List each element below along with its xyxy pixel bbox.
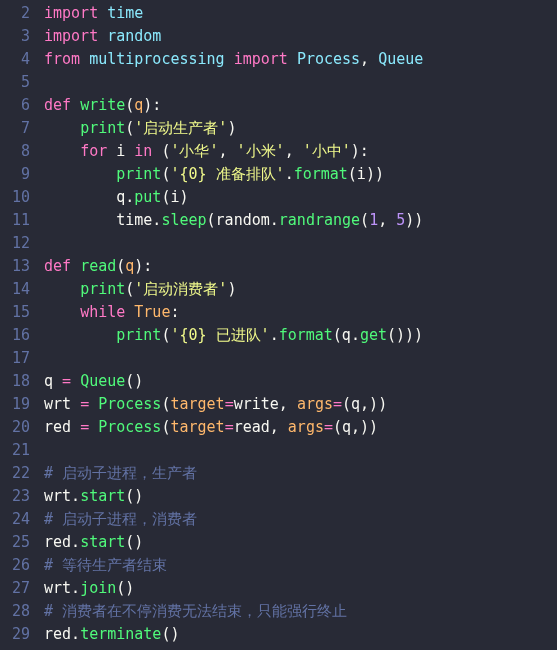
- token-id: [80, 50, 89, 68]
- code-line[interactable]: from multiprocessing import Process, Que…: [44, 48, 557, 71]
- token-id: [71, 257, 80, 275]
- line-number: 7: [0, 117, 30, 140]
- code-area[interactable]: import timeimport randomfrom multiproces…: [44, 0, 557, 650]
- token-id: [44, 303, 80, 321]
- token-pun: (: [360, 211, 369, 229]
- code-line[interactable]: [44, 232, 557, 255]
- token-pun: (: [125, 119, 134, 137]
- line-number: 20: [0, 416, 30, 439]
- line-number: 6: [0, 94, 30, 117]
- token-pun: ,: [285, 142, 303, 160]
- token-call: print: [80, 280, 125, 298]
- token-call: format: [294, 165, 348, 183]
- line-number: 14: [0, 278, 30, 301]
- token-op: =: [80, 395, 89, 413]
- token-pun: (i): [161, 188, 188, 206]
- token-pun: (): [125, 372, 143, 390]
- token-op: =: [324, 418, 333, 436]
- token-op: =: [225, 395, 234, 413]
- token-id: [98, 27, 107, 45]
- token-call: randrange: [279, 211, 360, 229]
- token-str: '启动生产者': [134, 119, 227, 137]
- code-line[interactable]: wrt.join(): [44, 577, 557, 600]
- code-line[interactable]: # 启动子进程，消费者: [44, 508, 557, 531]
- token-call: join: [80, 579, 116, 597]
- code-line[interactable]: print('启动消费者'): [44, 278, 557, 301]
- code-line[interactable]: # 消费者在不停消费无法结束，只能强行终止: [44, 600, 557, 623]
- line-number: 26: [0, 554, 30, 577]
- code-line[interactable]: q.put(i): [44, 186, 557, 209]
- token-mod: random: [107, 27, 161, 45]
- code-line[interactable]: def write(q):: [44, 94, 557, 117]
- token-cmt: # 等待生产者结束: [44, 556, 167, 574]
- line-number: 24: [0, 508, 30, 531]
- token-id: [89, 418, 98, 436]
- token-pun: )): [405, 211, 423, 229]
- line-number: 12: [0, 232, 30, 255]
- token-id: [71, 372, 80, 390]
- code-line[interactable]: # 等待生产者结束: [44, 554, 557, 577]
- token-op: =: [333, 395, 342, 413]
- token-pun: ): [227, 119, 236, 137]
- code-line[interactable]: wrt.start(): [44, 485, 557, 508]
- token-arg: args: [297, 395, 333, 413]
- token-pun: (q,)): [333, 418, 378, 436]
- token-pun: (): [125, 487, 143, 505]
- line-number: 11: [0, 209, 30, 232]
- code-line[interactable]: [44, 347, 557, 370]
- token-id: [288, 50, 297, 68]
- token-call: Queue: [80, 372, 125, 390]
- token-op: =: [80, 418, 89, 436]
- line-number: 27: [0, 577, 30, 600]
- token-str: '{0} 准备排队': [170, 165, 284, 183]
- token-kw: for: [80, 142, 107, 160]
- token-call: format: [279, 326, 333, 344]
- token-call: start: [80, 487, 125, 505]
- line-number: 2: [0, 2, 30, 25]
- code-line[interactable]: red.start(): [44, 531, 557, 554]
- code-line[interactable]: import time: [44, 2, 557, 25]
- code-line[interactable]: [44, 439, 557, 462]
- token-pun: ): [227, 280, 236, 298]
- token-id: q.: [44, 188, 134, 206]
- token-mod: Queue: [378, 50, 423, 68]
- token-op: =: [225, 418, 234, 436]
- code-line[interactable]: print('启动生产者'): [44, 117, 557, 140]
- token-kw: in: [134, 142, 152, 160]
- code-line[interactable]: while True:: [44, 301, 557, 324]
- code-line[interactable]: print('{0} 已进队'.format(q.get())): [44, 324, 557, 347]
- line-number: 22: [0, 462, 30, 485]
- token-fn: write: [80, 96, 125, 114]
- code-line[interactable]: wrt = Process(target=write, args=(q,)): [44, 393, 557, 416]
- token-str: '小华': [170, 142, 218, 160]
- token-id: red.: [44, 533, 80, 551]
- code-line[interactable]: import random: [44, 25, 557, 48]
- token-id: wrt: [44, 395, 80, 413]
- token-pun: ):: [134, 257, 152, 275]
- line-number: 29: [0, 623, 30, 646]
- token-id: [44, 142, 80, 160]
- code-line[interactable]: print('{0} 准备排队'.format(i)): [44, 163, 557, 186]
- code-line[interactable]: for i in ('小华', '小米', '小中'):: [44, 140, 557, 163]
- token-id: [44, 165, 116, 183]
- token-str: '小米': [237, 142, 285, 160]
- token-id: wrt.: [44, 579, 80, 597]
- code-line[interactable]: [44, 71, 557, 94]
- token-id: time.: [44, 211, 161, 229]
- code-line[interactable]: red = Process(target=read, args=(q,)): [44, 416, 557, 439]
- line-number-gutter: 2345678910111213141516171819202122232425…: [0, 0, 44, 650]
- code-line[interactable]: # 启动子进程，生产者: [44, 462, 557, 485]
- line-number: 25: [0, 531, 30, 554]
- code-line[interactable]: time.sleep(random.randrange(1, 5)): [44, 209, 557, 232]
- code-line[interactable]: q = Queue(): [44, 370, 557, 393]
- token-kw: from: [44, 50, 80, 68]
- line-number: 19: [0, 393, 30, 416]
- token-id: red.: [44, 625, 80, 643]
- line-number: 28: [0, 600, 30, 623]
- token-call: sleep: [161, 211, 206, 229]
- token-pun: (): [125, 533, 143, 551]
- token-id: [89, 395, 98, 413]
- code-line[interactable]: def read(q):: [44, 255, 557, 278]
- code-line[interactable]: red.terminate(): [44, 623, 557, 646]
- code-editor[interactable]: 2345678910111213141516171819202122232425…: [0, 0, 557, 650]
